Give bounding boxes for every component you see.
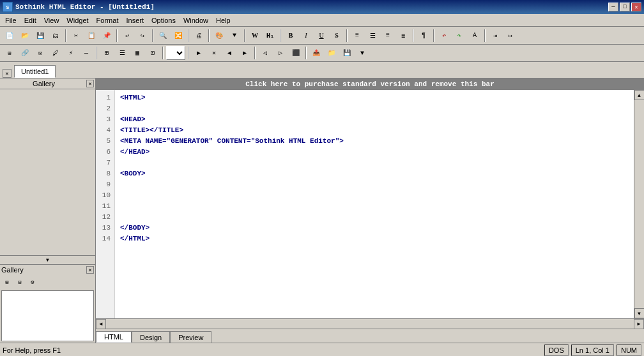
tb2-btn17[interactable]: ⬛ bbox=[289, 46, 303, 60]
open-button[interactable]: 📂 bbox=[18, 29, 32, 43]
menu-file[interactable]: File bbox=[1, 15, 20, 26]
second-toolbar: ⊞ 🔗 ✉ 🖊 ⚡ — ⊞ ☰ ▦ ⊡ ▶ ✕ ◀ ▶ ◁ ▷ ⬛ 📤 📁 💾 … bbox=[0, 45, 644, 62]
h1-btn[interactable]: H₁ bbox=[263, 29, 277, 43]
tb2-btn2[interactable]: 🔗 bbox=[18, 46, 32, 60]
scroll-track[interactable] bbox=[634, 100, 645, 308]
tb2-btn10[interactable]: ⊡ bbox=[146, 46, 160, 60]
menu-format[interactable]: Format bbox=[93, 15, 123, 26]
tb2-btn14[interactable]: ▶ bbox=[238, 46, 252, 60]
undo-btn[interactable]: ↩ bbox=[120, 29, 134, 43]
sep6 bbox=[244, 29, 245, 42]
menu-options[interactable]: Options bbox=[148, 15, 180, 26]
tb2-btn16[interactable]: ▷ bbox=[273, 46, 288, 60]
tag-html-open: <HTML> bbox=[120, 94, 146, 101]
menu-edit[interactable]: Edit bbox=[20, 15, 40, 26]
paste-button[interactable]: 📌 bbox=[100, 29, 114, 43]
gallery-header: Gallery ✕ bbox=[0, 78, 95, 89]
align-center-button[interactable]: ☰ bbox=[365, 29, 379, 43]
tab-design[interactable]: Design bbox=[132, 331, 170, 343]
tb2-btn12[interactable]: ✕ bbox=[207, 46, 221, 60]
underline-button[interactable]: U bbox=[314, 29, 328, 43]
tag-html-close: </HTML> bbox=[120, 235, 150, 242]
lower-btn2[interactable]: ⊟ bbox=[14, 276, 26, 288]
menu-insert[interactable]: Insert bbox=[122, 15, 148, 26]
scroll-up-button[interactable]: ▲ bbox=[634, 90, 645, 100]
text-color-btn[interactable]: A bbox=[468, 29, 482, 43]
color-btn[interactable]: 🎨 bbox=[212, 29, 226, 43]
tb2-btn20[interactable]: 💾 bbox=[340, 46, 354, 60]
scroll-left-button[interactable]: ◀ bbox=[96, 319, 106, 329]
purchase-bar[interactable]: Click here to purchase standard version … bbox=[96, 78, 644, 90]
cut-button[interactable]: ✂ bbox=[69, 29, 83, 43]
menu-view[interactable]: View bbox=[40, 15, 63, 26]
save-button[interactable]: 💾 bbox=[33, 29, 47, 43]
code-content[interactable]: <HTML> <HEAD> <TITLE></TITLE> <META NAME… bbox=[115, 90, 634, 318]
redo-btn[interactable]: ↪ bbox=[135, 29, 150, 43]
tb2-btn3[interactable]: ✉ bbox=[33, 46, 47, 60]
restore-button[interactable]: □ bbox=[620, 3, 630, 11]
minimize-button[interactable]: ─ bbox=[608, 3, 618, 11]
tab-html[interactable]: HTML bbox=[96, 331, 132, 343]
tb2-btn9[interactable]: ▦ bbox=[130, 46, 144, 60]
tb2-btn11[interactable]: ▶ bbox=[192, 46, 206, 60]
save-all-button[interactable]: 🗂 bbox=[49, 29, 63, 43]
tb2-btn6[interactable]: — bbox=[79, 46, 93, 60]
tb2-btn4[interactable]: 🖊 bbox=[49, 46, 63, 60]
scroll-right-button[interactable]: ▶ bbox=[634, 319, 644, 329]
h-scroll-track[interactable] bbox=[106, 320, 634, 328]
bold-button[interactable]: B bbox=[284, 29, 298, 43]
close-button[interactable]: ✕ bbox=[631, 3, 641, 11]
line-num-10: 10 bbox=[97, 190, 113, 201]
tb2-btn19[interactable]: 📁 bbox=[325, 46, 339, 60]
align-right-button[interactable]: ≡ bbox=[381, 29, 395, 43]
redo2-button[interactable]: ↷ bbox=[452, 29, 466, 43]
strike-button[interactable]: S bbox=[330, 29, 344, 43]
tb2-btn18[interactable]: 📤 bbox=[309, 46, 323, 60]
align-left-button[interactable]: ≡ bbox=[350, 29, 364, 43]
sep4 bbox=[188, 29, 189, 42]
tb2-btn1[interactable]: ⊞ bbox=[3, 46, 17, 60]
replace-button[interactable]: 🔀 bbox=[171, 29, 185, 43]
main-area: Gallery ✕ ▼ Gallery ✕ ⊞ ⊟ ⚙ Click here t… bbox=[0, 78, 644, 343]
justify-button[interactable]: ≣ bbox=[396, 29, 410, 43]
line-num-5: 5 bbox=[97, 136, 113, 147]
untitled1-tab[interactable]: Untitled1 bbox=[14, 65, 56, 78]
code-line-12 bbox=[120, 212, 629, 223]
horizontal-scrollbar: ◀ ▶ bbox=[96, 318, 644, 329]
tb2-dropdown[interactable]: ▼ bbox=[355, 46, 369, 60]
code-line-4: <TITLE></TITLE> bbox=[120, 125, 629, 136]
lower-btn3[interactable]: ⚙ bbox=[27, 276, 38, 288]
color-dropdown[interactable]: ▼ bbox=[227, 29, 241, 43]
tb2-btn7[interactable]: ⊞ bbox=[100, 46, 114, 60]
code-line-10 bbox=[120, 190, 629, 201]
copy-button[interactable]: 📋 bbox=[84, 29, 98, 43]
outdent-button[interactable]: ↦ bbox=[503, 29, 518, 43]
bold-w-btn[interactable]: W bbox=[248, 29, 262, 43]
tb2-btn5[interactable]: ⚡ bbox=[64, 46, 78, 60]
tab-preview[interactable]: Preview bbox=[170, 331, 211, 343]
menu-help[interactable]: Help bbox=[212, 15, 234, 26]
lower-btn1[interactable]: ⊞ bbox=[1, 276, 13, 288]
gallery-scroll-down[interactable]: ▼ bbox=[0, 255, 95, 264]
tab-close-icon[interactable]: ✕ bbox=[3, 69, 12, 78]
gallery-close-button[interactable]: ✕ bbox=[86, 80, 94, 87]
lower-close-button[interactable]: ✕ bbox=[86, 266, 94, 274]
find-button[interactable]: 🔍 bbox=[156, 29, 170, 43]
code-line-11 bbox=[120, 201, 629, 212]
style-dropdown[interactable] bbox=[166, 46, 185, 60]
italic-button[interactable]: I bbox=[299, 29, 313, 43]
undo2-button[interactable]: ↶ bbox=[437, 29, 451, 43]
code-line-7 bbox=[120, 158, 629, 168]
new-button[interactable]: 📄 bbox=[3, 29, 17, 43]
menu-window[interactable]: Window bbox=[180, 15, 212, 26]
menu-widget[interactable]: Widget bbox=[63, 15, 92, 26]
para-button[interactable]: ¶ bbox=[417, 29, 431, 43]
tb2-btn8[interactable]: ☰ bbox=[115, 46, 129, 60]
print-button[interactable]: 🖨 bbox=[192, 29, 206, 43]
line-num-7: 7 bbox=[97, 158, 113, 168]
tb2-btn15[interactable]: ◁ bbox=[258, 46, 272, 60]
tb2-btn13[interactable]: ◀ bbox=[222, 46, 236, 60]
indent-button[interactable]: ⇥ bbox=[488, 29, 502, 43]
gallery-label: Gallery bbox=[1, 80, 86, 87]
scroll-down-button[interactable]: ▼ bbox=[634, 308, 645, 318]
